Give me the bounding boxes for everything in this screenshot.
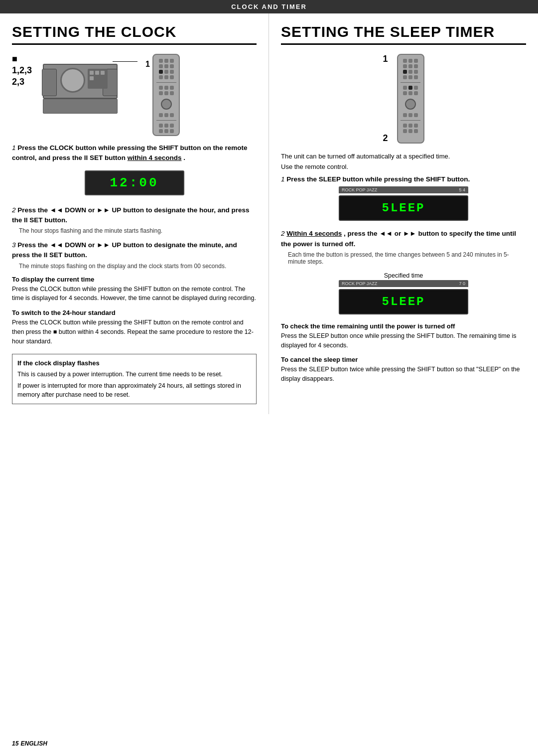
- sleep-display2: 5LEEP: [339, 289, 468, 314]
- left-step1-set: II SET button: [84, 154, 126, 161]
- right-diagram: 1 2: [281, 54, 526, 144]
- right-step2-note: Each time the button is pressed, the tim…: [288, 251, 526, 265]
- label-123: 1,2,3: [12, 65, 37, 76]
- sleep-display1-wrap: ROCK POP JAZZ 5 4 5LEEP: [281, 186, 526, 223]
- left-step2-note: The hour stops flashing and the minute s…: [19, 227, 257, 234]
- right-sub1: To check the time remaining until the po…: [281, 322, 526, 350]
- left-sub1: To display the current time Press the CL…: [12, 276, 257, 303]
- right-use-remote: Use the remote control.: [281, 163, 526, 170]
- left-step3-set: II SET: [44, 251, 63, 259]
- left-step1: 1 Press the CLOCK button while pressing …: [12, 143, 257, 199]
- left-diagram: ■ 1,2,3 2,3: [12, 54, 257, 136]
- remote-illustration-left: [152, 54, 180, 136]
- sleep-panel1-right: 5 4: [459, 187, 465, 192]
- left-step3-up: ►► UP: [97, 241, 121, 249]
- left-section-title: SETTING THE CLOCK: [12, 23, 257, 45]
- right-section-title: SETTING THE SLEEP TIMER: [281, 23, 526, 45]
- stereo-illustration: 1: [43, 54, 142, 119]
- left-step1-num: 1: [12, 144, 17, 151]
- left-sub2: To switch to the 24-hour standard Press …: [12, 309, 257, 346]
- left-step3-down: ◄◄ DOWN: [50, 241, 86, 249]
- right-step2-up: ►►: [403, 230, 416, 237]
- left-step1-underline: within 4 seconds: [128, 154, 182, 161]
- left-step2-or: or: [88, 206, 97, 214]
- page-body: SETTING THE CLOCK ■ 1,2,3 2,3: [0, 13, 538, 414]
- info-box: If the clock display flashes This is cau…: [12, 354, 257, 404]
- left-step1-end: .: [183, 154, 185, 161]
- left-step2-down: ◄◄ DOWN: [50, 206, 86, 214]
- left-step1-text: 1 Press the CLOCK button while pressing …: [12, 143, 257, 163]
- right-step1: 1 Press the SLEEP button while pressing …: [281, 174, 526, 223]
- left-step3-note: The minute stops flashing on the display…: [19, 263, 257, 270]
- right-sub2-title: To cancel the sleep timer: [281, 356, 526, 363]
- right-label-2: 2: [383, 133, 388, 144]
- remote-illustration-right: [397, 54, 424, 144]
- clock-display: 12:00: [85, 170, 184, 195]
- specified-time-label: Specified time: [384, 272, 423, 279]
- sleep-display1: 5LEEP: [339, 195, 468, 221]
- right-step2-or: or: [395, 230, 403, 237]
- left-sub2-title: To switch to the 24-hour standard: [12, 309, 257, 316]
- left-step3-num: 3: [12, 241, 17, 249]
- left-sub1-title: To display the current time: [12, 276, 257, 283]
- left-diagram-labels: ■ 1,2,3 2,3: [12, 54, 37, 87]
- right-step1-bold: Press the SLEEP button while pressing th…: [286, 175, 470, 183]
- left-step3-a: Press the: [17, 241, 50, 249]
- left-step2-set: II SET button.: [24, 216, 67, 224]
- right-step2-text: 2 Within 4 seconds , press the ◄◄ or ►► …: [281, 229, 526, 249]
- right-sub1-text: Press the SLEEP button once while pressi…: [281, 331, 526, 350]
- left-sub2-text: Press the CLOCK button while pressing th…: [12, 318, 257, 346]
- left-step3-c: button.: [64, 251, 87, 259]
- right-step1-text: 1 Press the SLEEP button while pressing …: [281, 174, 526, 184]
- info-box-text2: If power is interrupted for more than ap…: [17, 381, 251, 400]
- page-number: 15: [12, 740, 18, 747]
- right-step2-num: 2: [281, 230, 286, 237]
- right-step2: 2 Within 4 seconds , press the ◄◄ or ►► …: [281, 229, 526, 316]
- right-sub1-title: To check the time remaining until the po…: [281, 322, 526, 330]
- left-step2-up: ►► UP: [97, 206, 121, 214]
- clock-display-wrapper: 12:00: [12, 166, 257, 199]
- right-step2-a: , press the: [344, 230, 379, 237]
- left-step2-text: 2 Press the ◄◄ DOWN or ►► UP button to d…: [12, 205, 257, 226]
- info-box-text1: This is caused by a power interruption. …: [17, 370, 251, 379]
- right-step2-underline: Within 4 seconds: [286, 230, 342, 237]
- right-label-1: 1: [383, 54, 388, 64]
- info-box-title: If the clock display flashes: [17, 358, 251, 368]
- left-step2: 2 Press the ◄◄ DOWN or ►► UP button to d…: [12, 205, 257, 235]
- right-column: SETTING THE SLEEP TIMER 1 2: [269, 13, 538, 414]
- sleep-display2-wrap: Specified time ROCK POP JAZZ 7 0 5LEEP: [281, 269, 526, 316]
- page-footer: 15 ENGLISH: [12, 739, 47, 747]
- right-diagram-labels: 1 2: [383, 54, 388, 144]
- left-step2-a: Press the: [17, 206, 50, 214]
- right-sub2: To cancel the sleep timer Press the SLEE…: [281, 356, 526, 384]
- header-bar: CLOCK AND TIMER: [0, 0, 538, 13]
- label-1: ■: [12, 54, 37, 64]
- left-column: SETTING THE CLOCK ■ 1,2,3 2,3: [0, 13, 269, 414]
- label-23: 2,3: [12, 77, 37, 87]
- right-step1-num: 1: [281, 175, 286, 183]
- page-language: ENGLISH: [21, 740, 47, 747]
- sleep-panel1-left: ROCK POP JAZZ: [342, 187, 377, 192]
- left-step3-or: or: [88, 241, 97, 249]
- sleep-panel2-left: ROCK POP JAZZ: [342, 281, 377, 286]
- sleep-panel2-right: 7 0: [459, 281, 465, 286]
- left-sub1-text: Press the CLOCK button while pressing th…: [12, 285, 257, 303]
- left-step3-text: 3 Press the ◄◄ DOWN or ►► UP button to d…: [12, 240, 257, 261]
- right-sub2-text: Press the SLEEP button twice while press…: [281, 365, 526, 384]
- right-step2-down: ◄◄: [379, 230, 393, 237]
- left-step2-num: 2: [12, 206, 17, 214]
- sleep-display2-panel: ROCK POP JAZZ 7 0: [339, 280, 468, 287]
- sleep-display1-panel: ROCK POP JAZZ 5 4: [339, 186, 468, 193]
- right-intro: The unit can be turned off automatically…: [281, 152, 526, 160]
- left-step3: 3 Press the ◄◄ DOWN or ►► UP button to d…: [12, 240, 257, 270]
